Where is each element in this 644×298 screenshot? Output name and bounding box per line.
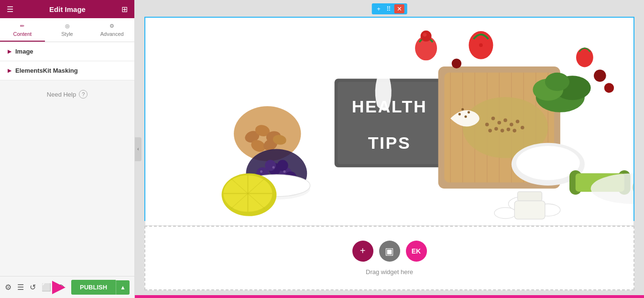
block-toolbar: + ⠿ ✕ (371, 3, 407, 14)
svg-point-26 (501, 129, 504, 132)
need-help[interactable]: Need Help ? (0, 80, 134, 108)
elementskit-button[interactable]: EK (406, 241, 427, 262)
svg-point-64 (594, 69, 606, 82)
publish-group: PUBLISH ▲ (71, 280, 130, 295)
tab-advanced[interactable]: ⚙ Advanced (89, 18, 134, 42)
collapse-handle[interactable]: ‹ (135, 137, 142, 161)
svg-point-89 (468, 111, 470, 113)
svg-text:TIPS: TIPS (368, 133, 411, 153)
svg-rect-80 (514, 201, 545, 219)
svg-point-33 (545, 73, 569, 91)
tab-style[interactable]: ◎ Style (45, 18, 90, 42)
settings-icon[interactable]: ⚙ (5, 283, 11, 292)
svg-point-22 (510, 123, 513, 127)
toolbar-move-btn[interactable]: ⠿ (384, 4, 393, 13)
svg-point-91 (458, 113, 461, 115)
svg-point-90 (464, 115, 467, 118)
drop-zone-icons: + ▣ EK (352, 241, 427, 262)
section-arrow-masking: ▶ (8, 68, 11, 73)
section-arrow-image: ▶ (8, 49, 11, 54)
toolbar-add-btn[interactable]: + (374, 4, 383, 13)
svg-point-20 (497, 121, 501, 125)
svg-rect-79 (518, 192, 542, 201)
widget-button[interactable]: ▣ (379, 241, 400, 262)
publish-dropdown-button[interactable]: ▲ (116, 280, 130, 295)
svg-point-18 (485, 123, 489, 127)
health-image-container: HEALTH TIPS (145, 18, 633, 225)
svg-point-54 (283, 170, 285, 173)
svg-point-62 (423, 33, 427, 37)
widget-icon: ▣ (385, 245, 394, 257)
main-canvas: ‹ + ⠿ ✕ ✏ (135, 0, 644, 298)
sidebar-content: ▶ Image ▶ ElementsKit Masking Need Help … (0, 42, 134, 276)
svg-point-78 (494, 208, 516, 219)
svg-point-50 (265, 160, 276, 171)
sidebar-title: Edit Image (49, 5, 86, 13)
bottom-magenta-bar (135, 295, 644, 298)
svg-point-52 (260, 170, 262, 173)
svg-point-63 (452, 59, 461, 68)
svg-point-53 (272, 166, 274, 168)
content-icon: ✏ (20, 23, 24, 29)
layers-icon[interactable]: ☰ (17, 283, 24, 292)
image-widget-block: + ⠿ ✕ ✏ HEALTH TIP (144, 17, 634, 221)
svg-point-19 (491, 117, 495, 121)
grid-icon[interactable]: ⊞ (121, 5, 128, 14)
svg-point-21 (503, 119, 507, 122)
svg-point-51 (277, 160, 288, 171)
publish-button[interactable]: PUBLISH (71, 280, 116, 295)
sidebar: ☰ Edit Image ⊞ ✏ Content ◎ Style ⚙ Advan… (0, 0, 135, 298)
bottom-bar: ⚙ ☰ ↺ ⬜ 👁 PUBLISH ▲ (0, 276, 134, 298)
tab-content[interactable]: ✏ Content (0, 18, 45, 42)
section-image[interactable]: ▶ Image (0, 42, 134, 61)
advanced-icon: ⚙ (109, 23, 114, 29)
drop-zone: + ▣ EK Drag widget here (144, 226, 634, 290)
svg-point-25 (494, 127, 498, 131)
svg-point-28 (488, 129, 492, 132)
svg-point-29 (513, 129, 516, 132)
svg-point-27 (507, 128, 511, 132)
svg-point-88 (461, 108, 464, 110)
svg-point-23 (516, 120, 520, 123)
toolbar-close-btn[interactable]: ✕ (394, 4, 404, 13)
health-tips-svg: HEALTH TIPS (145, 18, 633, 225)
sidebar-header: ☰ Edit Image ⊞ (0, 0, 134, 18)
svg-point-24 (521, 126, 524, 130)
svg-point-65 (604, 83, 614, 93)
help-icon: ? (79, 90, 87, 99)
publish-arrow-indicator (52, 281, 65, 294)
add-widget-button[interactable]: + (352, 241, 373, 262)
drop-zone-label: Drag widget here (366, 268, 413, 276)
history-icon[interactable]: ↺ (30, 283, 36, 292)
svg-point-58 (479, 44, 483, 47)
canvas-area: + ⠿ ✕ ✏ HEALTH TIP (135, 0, 644, 295)
hamburger-icon[interactable]: ☰ (7, 5, 13, 14)
style-icon: ◎ (65, 23, 70, 29)
svg-point-60 (576, 48, 593, 67)
arrow-shape (52, 281, 65, 294)
section-elementskit-masking[interactable]: ▶ ElementsKit Masking (0, 61, 134, 80)
responsive-icon[interactable]: ⬜ (42, 283, 51, 292)
sidebar-tabs: ✏ Content ◎ Style ⚙ Advanced (0, 18, 134, 42)
